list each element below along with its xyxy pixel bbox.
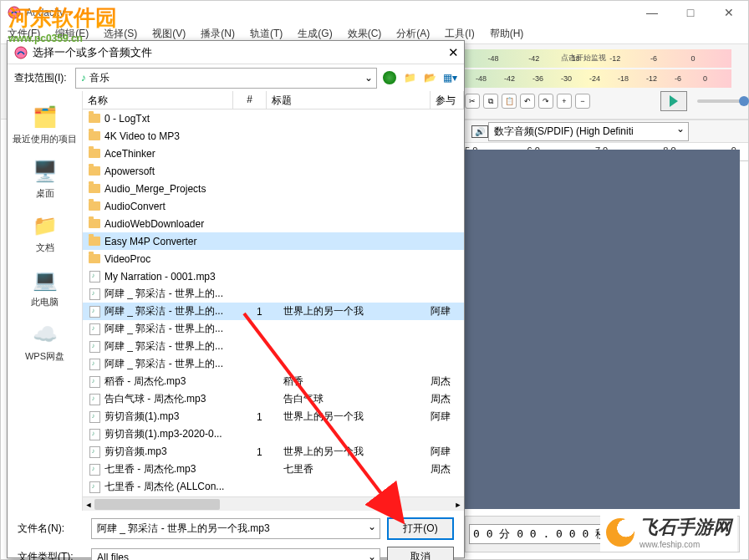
zoom-in-button[interactable]: + [557, 94, 572, 109]
place-documents[interactable]: 📁文档 [8, 206, 82, 261]
file-item[interactable]: 阿肆 _ 郭采洁 - 世界上的... [83, 338, 464, 355]
folder-icon [88, 147, 101, 160]
maximize-button[interactable]: □ [671, 1, 710, 24]
copy-button[interactable]: ⧉ [483, 94, 498, 109]
audacity-logo-icon [14, 46, 28, 59]
folder-item[interactable]: AudioWebDownloader [83, 215, 464, 232]
playback-speed-slider[interactable] [697, 99, 749, 103]
filename-input[interactable]: 阿肆 _ 郭采洁 - 世界上的另一个我.mp3 [91, 518, 380, 539]
menu-effect[interactable]: 效果(C) [348, 27, 382, 41]
play-icon [670, 95, 678, 107]
cancel-button[interactable]: 取消 [387, 547, 454, 560]
thispc-icon: 💻 [30, 267, 60, 293]
dialog-close-button[interactable]: ✕ [448, 45, 459, 60]
places-bar: 🗂️最近使用的项目 🖥️桌面 📁文档 💻此电脑 ☁️WPS网盘 [8, 91, 83, 511]
audio-file-icon [88, 445, 101, 459]
filetype-label: 文件类型(T): [18, 550, 84, 560]
col-artist[interactable]: 参与 [431, 91, 464, 109]
dialog-nav: 查找范围(I): ♪ 音乐 📁 📂 ▦▾ [8, 64, 464, 91]
new-folder-button[interactable]: 📂 [422, 70, 437, 85]
zoom-out-button[interactable]: − [575, 94, 590, 109]
folder-item[interactable]: Easy M4P Converter [83, 232, 464, 250]
device-toolbar: 🔊 数字音频(S/PDIF) (High Definiti [465, 120, 748, 143]
paste-button[interactable]: 📋 [502, 94, 517, 109]
file-list-hscrollbar[interactable]: ◄► [83, 496, 464, 511]
menu-view[interactable]: 视图(V) [152, 27, 186, 41]
track-area[interactable] [465, 150, 740, 509]
redo-button[interactable]: ↷ [538, 94, 553, 109]
audio-file-icon [88, 288, 101, 301]
file-item[interactable]: 七里香 - 周杰伦.mp3七里香周杰 [83, 461, 464, 478]
folder-icon [88, 165, 101, 178]
file-item[interactable]: My Narration - 0001.mp3 [83, 267, 464, 285]
play-button[interactable] [660, 91, 687, 111]
folder-item[interactable]: AudioConvert [83, 197, 464, 215]
file-item[interactable]: 七里香 - 周杰伦 (ALLCon... [83, 478, 464, 496]
file-item[interactable]: 剪切音频(1).mp31世界上的另一个我阿肆 [83, 408, 464, 425]
folder-item[interactable]: Apowersoft [83, 162, 464, 180]
place-thispc[interactable]: 💻此电脑 [8, 261, 82, 315]
file-item[interactable]: 阿肆 _ 郭采洁 - 世界上的...1世界上的另一个我阿肆 [83, 303, 464, 320]
cut-button[interactable]: ✂ [465, 94, 480, 109]
file-item[interactable]: 剪切音频.mp31世界上的另一个我阿肆 [83, 443, 464, 461]
menu-help[interactable]: 帮助(H) [490, 27, 524, 41]
audio-file-icon [88, 375, 101, 389]
col-name[interactable]: 名称 [83, 91, 233, 109]
back-button[interactable] [382, 70, 397, 85]
file-item[interactable]: 稻香 - 周杰伦.mp3稻香周杰 [83, 373, 464, 390]
playback-meter[interactable]: -54-48-42-36-30-24-18-12-60 [447, 69, 731, 88]
file-item[interactable]: 阿肆 _ 郭采洁 - 世界上的... [83, 320, 464, 338]
folder-icon [88, 130, 101, 143]
cloud-icon: ☁️ [30, 322, 60, 347]
folder-item[interactable]: VideoProc [83, 250, 464, 267]
col-number[interactable]: # [233, 91, 267, 109]
desktop-icon: 🖥️ [30, 159, 60, 184]
recent-icon: 🗂️ [30, 104, 60, 130]
audio-file-icon [88, 340, 101, 354]
menu-analyze[interactable]: 分析(A) [396, 27, 430, 41]
audio-file-icon [88, 305, 101, 318]
menu-tools[interactable]: 工具(I) [445, 27, 474, 41]
folder-item[interactable]: 4K Video to MP3 [83, 127, 464, 145]
audio-position-display[interactable]: 0 0 分 0 0 . 0 0 0 秒 [469, 524, 610, 544]
window-close-button[interactable]: ✕ [710, 1, 748, 24]
file-item[interactable]: 阿肆 _ 郭采洁 - 世界上的... [83, 285, 464, 303]
folder-icon [88, 182, 101, 196]
audio-file-icon [88, 358, 101, 371]
watermark-hedong: 河东软件园 www.pc0359.cn [8, 3, 117, 44]
open-button[interactable]: 打开(O) [387, 517, 454, 540]
lookin-combo[interactable]: ♪ 音乐 [75, 68, 377, 89]
minimize-button[interactable]: — [633, 1, 671, 24]
menu-generate[interactable]: 生成(G) [298, 27, 332, 41]
folder-icon [88, 252, 101, 266]
place-recent[interactable]: 🗂️最近使用的项目 [8, 98, 82, 152]
col-title[interactable]: 标题 [267, 91, 431, 109]
svg-point-1 [15, 47, 27, 59]
recording-meter[interactable]: -54-48-42 点击开始监视 -18-12-60 [447, 49, 731, 68]
audio-file-icon [88, 270, 101, 283]
audio-file-icon [88, 481, 101, 494]
undo-button[interactable]: ↶ [520, 94, 535, 109]
file-item[interactable]: 阿肆 _ 郭采洁 - 世界上的... [83, 355, 464, 373]
up-folder-button[interactable]: 📁 [402, 70, 417, 85]
menu-tracks[interactable]: 轨道(T) [250, 27, 283, 41]
place-desktop[interactable]: 🖥️桌面 [8, 152, 82, 206]
file-item[interactable]: 告白气球 - 周杰伦.mp3告白气球周杰 [83, 390, 464, 408]
folder-item[interactable]: Audio_Merge_Projects [83, 180, 464, 197]
folder-item[interactable]: AceThinker [83, 145, 464, 162]
playback-device-combo[interactable]: 数字音频(S/PDIF) (High Definiti [488, 122, 689, 141]
speaker-icon: 🔊 [471, 125, 488, 138]
views-button[interactable]: ▦▾ [442, 70, 457, 85]
dialog-title-bar: 选择一个或多个音频文件 ✕ [8, 41, 464, 64]
filename-label: 文件名(N): [18, 522, 84, 536]
dialog-title: 选择一个或多个音频文件 [33, 45, 152, 60]
file-list: 名称 # 标题 参与 0 - LogTxt4K Video to MP3AceT… [83, 91, 464, 511]
place-wps[interactable]: ☁️WPS网盘 [8, 315, 82, 369]
audio-file-icon [88, 428, 101, 441]
feship-logo-icon [606, 518, 634, 547]
menu-transport[interactable]: 播录(N) [201, 27, 235, 41]
filetype-combo[interactable]: All files [91, 548, 380, 561]
file-item[interactable]: 剪切音频(1).mp3-2020-0... [83, 425, 464, 443]
folder-item[interactable]: 0 - LogTxt [83, 109, 464, 127]
file-list-header[interactable]: 名称 # 标题 参与 [83, 91, 464, 109]
